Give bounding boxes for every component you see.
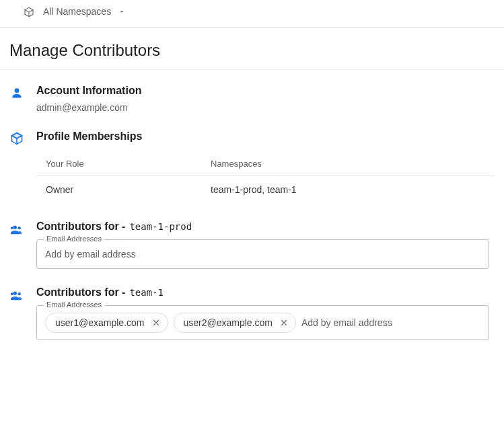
account-heading: Account Information	[36, 85, 495, 97]
col-header-role: Your Role	[46, 159, 211, 169]
people-icon	[9, 286, 24, 303]
svg-point-5	[17, 292, 20, 295]
chip-label: user1@example.com	[55, 317, 145, 328]
email-chip-input[interactable]: Email Addresses user1@example.com user2@…	[36, 305, 489, 340]
memberships-table: Your Role Namespaces Owner team-1-prod, …	[36, 152, 495, 203]
content-area: Account Information admin@example.com Pr…	[0, 70, 504, 372]
chip-label: user2@example.com	[184, 317, 273, 328]
contributors-section: Contributors for - team-1-prod Email Add…	[9, 221, 495, 269]
cell-namespaces: team-1-prod, team-1	[211, 184, 485, 195]
email-chip: user2@example.com	[174, 313, 297, 333]
email-input[interactable]	[45, 249, 480, 260]
contributors-heading: Contributors for - team-1	[36, 286, 495, 299]
svg-point-1	[13, 226, 17, 230]
contributors-section: Contributors for - team-1 Email Addresse…	[9, 286, 495, 340]
memberships-section: Profile Memberships Your Role Namespaces…	[9, 130, 495, 203]
person-icon	[9, 85, 24, 100]
cube-icon	[9, 130, 24, 145]
cell-role: Owner	[46, 184, 211, 195]
chevron-down-icon[interactable]	[118, 7, 126, 15]
email-input[interactable]	[301, 317, 480, 328]
namespace-selector-bar: All Namespaces	[0, 0, 504, 28]
people-icon	[9, 221, 24, 237]
contributors-prefix: Contributors for -	[36, 221, 125, 233]
account-section: Account Information admin@example.com	[9, 85, 495, 113]
field-label: Email Addresses	[44, 235, 104, 243]
contributors-heading: Contributors for - team-1-prod	[36, 221, 495, 233]
email-chip: user1@example.com	[45, 313, 168, 333]
svg-point-2	[17, 227, 20, 229]
table-header: Your Role Namespaces	[36, 152, 495, 176]
page-title: Manage Contributors	[0, 28, 504, 70]
account-email: admin@example.com	[36, 102, 495, 113]
contributors-namespace: team-1-prod	[129, 221, 192, 232]
svg-point-6	[11, 292, 13, 295]
email-chip-input[interactable]: Email Addresses	[36, 239, 489, 269]
cube-icon	[22, 5, 36, 17]
table-row: Owner team-1-prod, team-1	[36, 176, 495, 203]
chip-remove-icon[interactable]	[279, 318, 289, 327]
contributors-namespace: team-1	[129, 287, 164, 298]
memberships-heading: Profile Memberships	[36, 130, 495, 143]
svg-point-4	[13, 292, 17, 296]
namespace-selector-label[interactable]: All Namespaces	[43, 6, 111, 17]
svg-point-3	[11, 227, 13, 229]
col-header-namespaces: Namespaces	[211, 159, 485, 169]
svg-point-0	[15, 88, 20, 93]
field-label: Email Addresses	[44, 301, 104, 309]
chip-remove-icon[interactable]	[151, 318, 161, 327]
contributors-prefix: Contributors for -	[36, 286, 125, 299]
